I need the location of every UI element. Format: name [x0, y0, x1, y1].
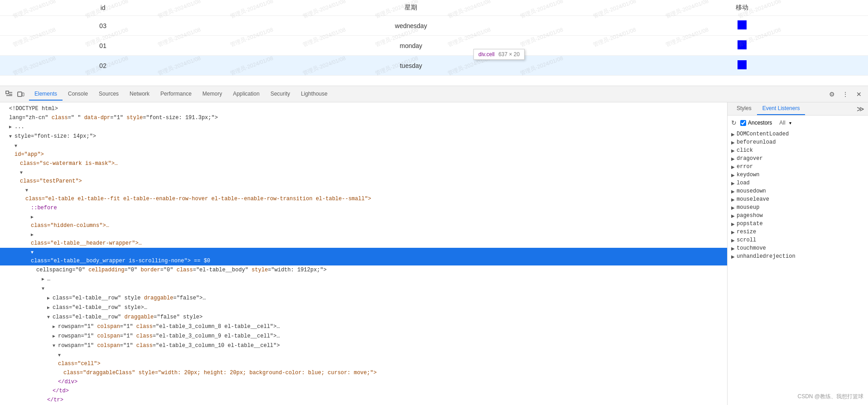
- devtools-toolbar: Elements Console Sources Network Perform…: [0, 86, 868, 102]
- code-line[interactable]: ▼: [0, 284, 727, 294]
- code-line[interactable]: ▶ ...: [0, 122, 727, 132]
- svg-rect-5: [22, 93, 24, 96]
- code-line[interactable]: ▶ class="el-table__row" style draggable=…: [0, 294, 727, 303]
- event-list-item[interactable]: ▶mouseup: [731, 203, 864, 212]
- inspect-element-icon[interactable]: [4, 89, 14, 100]
- table-cell-move: [616, 56, 868, 76]
- tab-memory[interactable]: Memory: [197, 88, 227, 101]
- col-id: id: [0, 0, 206, 16]
- right-tabs-more[interactable]: ≫: [857, 105, 864, 113]
- table-cell-id: 01: [0, 36, 206, 56]
- tooltip-dims: 637 × 20: [498, 51, 520, 58]
- csdn-watermark: CSDN @教练、我想打篮球: [797, 393, 863, 400]
- element-tooltip: div.cell 637 × 20: [473, 49, 525, 60]
- code-line[interactable]: </div>: [0, 377, 727, 386]
- event-list-item[interactable]: ▶click: [731, 146, 864, 154]
- draggable-cell[interactable]: [738, 40, 747, 49]
- table-cell-move: [616, 36, 868, 56]
- tab-application[interactable]: Application: [227, 88, 265, 101]
- tab-sources[interactable]: Sources: [93, 88, 124, 101]
- devtools-panel: Elements Console Sources Network Perform…: [0, 86, 868, 405]
- code-panel[interactable]: <!DOCTYPE html>lang="zh-cn" class=" " da…: [0, 102, 728, 405]
- event-list-item[interactable]: ▶beforeunload: [731, 138, 864, 146]
- event-list-item[interactable]: ▶pageshow: [731, 212, 864, 220]
- svg-rect-4: [18, 92, 22, 96]
- code-line[interactable]: </td>: [0, 386, 727, 395]
- code-line[interactable]: ▶ …: [0, 275, 727, 284]
- code-line[interactable]: ▼ id="app">: [0, 141, 727, 159]
- devtools-tabs: Elements Console Sources Network Perform…: [29, 88, 333, 101]
- toolbar-right: ⚙ ⋮ ✕: [826, 89, 864, 100]
- el-header: ↻ Ancestors All ▾: [731, 119, 864, 126]
- code-line[interactable]: </tr>: [0, 395, 727, 405]
- close-icon[interactable]: ✕: [854, 89, 864, 100]
- code-line[interactable]: lang="zh-cn" class=" " data-dpr="1" styl…: [0, 113, 727, 122]
- tab-console[interactable]: Console: [63, 88, 93, 101]
- tooltip-tag: div.cell: [478, 51, 495, 58]
- svg-rect-0: [6, 91, 9, 94]
- col-weekday: 星期: [206, 0, 616, 16]
- event-list-item[interactable]: ▶dragover: [731, 154, 864, 163]
- tab-performance[interactable]: Performance: [155, 88, 197, 101]
- table-area: // Will be rendered via JS below 管理员-202…: [0, 0, 868, 86]
- code-line[interactable]: ▶ class="hidden-columns">…: [0, 212, 727, 230]
- event-list-item[interactable]: ▶load: [731, 179, 864, 187]
- code-line[interactable]: ▼ class="cell">: [0, 351, 727, 368]
- code-line[interactable]: <!DOCTYPE html>: [0, 104, 727, 113]
- event-list-item[interactable]: ▶mouseleave: [731, 195, 864, 203]
- event-list-item[interactable]: ▶DOMContentLoaded: [731, 130, 864, 138]
- event-list-item[interactable]: ▶error: [731, 163, 864, 171]
- draggable-cell[interactable]: [738, 60, 747, 69]
- tab-network[interactable]: Network: [124, 88, 155, 101]
- table-cell-weekday: monday: [206, 36, 616, 56]
- code-line[interactable]: ▶ rowspan="1" colspan="1" class="el-tabl…: [0, 322, 727, 332]
- device-toggle-icon[interactable]: [15, 89, 26, 100]
- table-cell-weekday: wednesday: [206, 16, 616, 36]
- events-list: ▶DOMContentLoaded▶beforeunload▶click▶dra…: [731, 130, 864, 260]
- filter-label: All: [779, 120, 785, 126]
- event-list-item[interactable]: ▶scroll: [731, 236, 864, 244]
- ancestors-label: Ancestors: [748, 120, 772, 126]
- ancestors-checkbox[interactable]: [740, 120, 746, 126]
- draggable-cell[interactable]: [738, 20, 747, 29]
- code-line[interactable]: ::before: [0, 203, 727, 212]
- code-line[interactable]: ▼ rowspan="1" colspan="1" class="el-tabl…: [0, 341, 727, 351]
- tab-security[interactable]: Security: [265, 88, 295, 101]
- tab-styles[interactable]: Styles: [731, 102, 757, 115]
- code-line[interactable]: ▼ class="el-table__body_wrapper is-scrol…: [0, 248, 727, 265]
- code-line[interactable]: ▼ style="font-size: 14px;">: [0, 132, 727, 141]
- code-line[interactable]: ▶ class="el-table__row" style>…: [0, 303, 727, 313]
- code-line[interactable]: ▼ class="testParent">: [0, 168, 727, 186]
- code-line[interactable]: cellspacing="0" cellpadding="0" border="…: [0, 265, 727, 275]
- event-list-item[interactable]: ▶resize: [731, 228, 864, 236]
- event-list-item[interactable]: ▶mousedown: [731, 187, 864, 195]
- table-cell-move: [616, 16, 868, 36]
- event-listeners-content: ↻ Ancestors All ▾ ▶DOMContentLoaded▶befo…: [728, 116, 868, 405]
- code-line[interactable]: ▼ class="el-table el-table--fit el-table…: [0, 186, 727, 203]
- ancestors-checkbox-area: Ancestors: [740, 120, 772, 126]
- event-list-item[interactable]: ▶unhandledrejection: [731, 252, 864, 260]
- more-options-icon[interactable]: ⋮: [840, 89, 851, 100]
- event-list-item[interactable]: ▶touchmove: [731, 244, 864, 252]
- code-line[interactable]: ▶ class="el-table__header-wrapper">…: [0, 230, 727, 248]
- filter-dropdown-icon[interactable]: ▾: [789, 121, 791, 125]
- code-line[interactable]: class="sc-watermark is-mask">…: [0, 159, 727, 168]
- tab-lighthouse[interactable]: Lighthouse: [295, 88, 333, 101]
- data-table: id 星期 移动 03wednesday01monday02tuesday: [0, 0, 868, 76]
- devtools-content: <!DOCTYPE html>lang="zh-cn" class=" " da…: [0, 102, 868, 405]
- col-move: 移动: [616, 0, 868, 16]
- code-line[interactable]: ▶ rowspan="1" colspan="1" class="el-tabl…: [0, 332, 727, 341]
- tab-event-listeners[interactable]: Event Listeners: [757, 102, 805, 115]
- event-list-item[interactable]: ▶popstate: [731, 220, 864, 228]
- table-cell-weekday: tuesday: [206, 56, 616, 76]
- tab-elements[interactable]: Elements: [29, 88, 63, 101]
- event-list-item[interactable]: ▶keydown: [731, 171, 864, 179]
- refresh-icon[interactable]: ↻: [731, 119, 737, 126]
- code-line[interactable]: class="draggableClass" style="width: 20p…: [0, 368, 727, 377]
- table-cell-id: 02: [0, 56, 206, 76]
- right-panel: Styles Event Listeners ≫ ↻ Ancestors All…: [728, 102, 868, 405]
- code-line[interactable]: ▼ class="el-table__row" draggable="false…: [0, 313, 727, 322]
- settings-icon[interactable]: ⚙: [826, 89, 837, 100]
- right-panel-tabs: Styles Event Listeners ≫: [728, 102, 868, 116]
- table-cell-id: 03: [0, 16, 206, 36]
